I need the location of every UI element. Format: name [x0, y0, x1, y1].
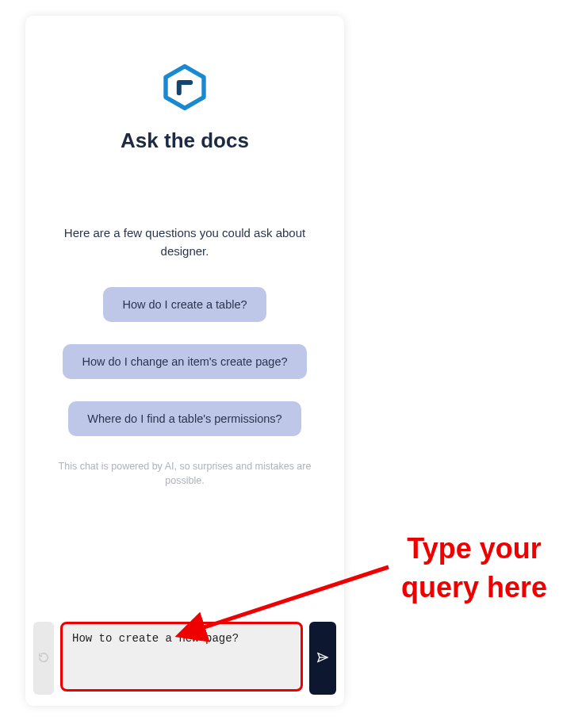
annotation-label: Type your query here: [379, 530, 569, 607]
suggestion-list: How do I create a table? How do I change…: [33, 287, 336, 436]
chat-panel: Ask the docs Here are a few questions yo…: [25, 16, 344, 706]
chat-header: Ask the docs: [33, 24, 336, 153]
message-input[interactable]: [60, 622, 303, 692]
suggestion-create-table[interactable]: How do I create a table?: [103, 287, 266, 322]
send-icon: [316, 651, 329, 666]
refresh-button[interactable]: [33, 622, 54, 695]
page-title: Ask the docs: [33, 128, 336, 153]
disclaimer-text: This chat is powered by AI, so surprises…: [33, 460, 336, 488]
suggestion-table-permissions[interactable]: Where do I find a table's permissions?: [68, 401, 301, 436]
refresh-icon: [38, 652, 49, 665]
logo-icon: [161, 63, 209, 111]
intro-text: Here are a few questions you could ask a…: [33, 224, 336, 260]
svg-marker-0: [166, 67, 204, 109]
suggestion-change-create-page[interactable]: How do I change an item's create page?: [63, 344, 306, 379]
input-wrap: [60, 622, 303, 695]
input-row: [33, 619, 336, 698]
send-button[interactable]: [309, 622, 336, 695]
